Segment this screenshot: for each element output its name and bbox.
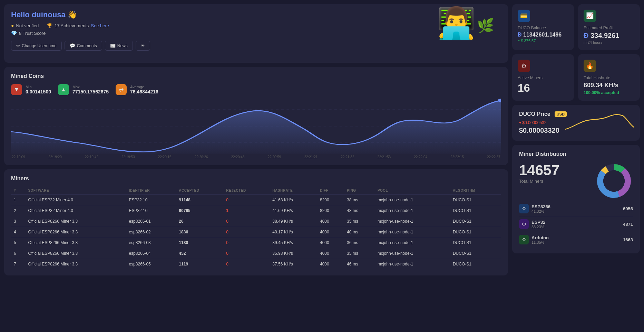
donut-chart <box>595 162 633 201</box>
greeting-text: Hello duinousa 👋 <box>11 10 501 19</box>
miners-icon: ⚙ <box>518 60 530 72</box>
table-row: 1 Official ESP32 Miner 4.0 ESP32 10 9114… <box>11 195 501 205</box>
pencil-icon: ✏ <box>16 43 20 48</box>
theme-button[interactable]: ☀ <box>136 41 150 51</box>
table-row: 2 Official ESP32 Miner 4.0 ESP32 10 9079… <box>11 205 501 216</box>
col-algorithm: ALGORITHM <box>450 187 501 195</box>
max-stat-box: ▲ Max 77150.17562675 <box>58 84 109 95</box>
estimated-profit-sub: in 24 hours <box>584 40 634 44</box>
duco-balance-label: DUCO Balance <box>518 26 568 30</box>
estimated-profit-label: Estimated Profit <box>584 26 634 30</box>
max-value: 77150.17562675 <box>72 89 109 94</box>
avatar-illustration: 👨‍💻 🌿 <box>437 8 494 39</box>
comment-icon: 💬 <box>70 43 75 48</box>
col-identifier: IDENTIFIER <box>126 187 176 195</box>
duco-balance-usd: ~ $ 376.57 <box>518 39 568 43</box>
col-software: SOFTWARE <box>25 187 126 195</box>
max-icon: ▲ <box>58 84 69 95</box>
news-button[interactable]: 📰 News <box>105 41 133 51</box>
price-chart <box>565 110 634 134</box>
mined-coins-chart <box>11 99 501 154</box>
dist-item-esp32: ⚙ ESP32 33.23% 4871 <box>519 217 633 232</box>
wallet-icon: 💳 <box>518 10 530 22</box>
greeting-name: Hello duinousa <box>11 10 66 19</box>
total-miners-label: Total Miners <box>519 179 559 184</box>
trust-score-label: 8 Trust Score <box>19 31 46 36</box>
table-row: 7 Official ESP8266 Miner 3.3 esp8266-05 … <box>11 259 501 270</box>
distribution-title: Miner Distribution <box>519 151 633 157</box>
min-icon: ▼ <box>11 84 22 95</box>
col-rejected: REJECTED <box>223 187 270 195</box>
achievements-label: 17 Achievements <box>55 23 89 28</box>
profit-icon: 📈 <box>584 10 596 22</box>
avg-value: 76.46844216 <box>130 89 158 94</box>
profit-duco-symbol: Ð <box>584 32 591 39</box>
total-miners-count: 14657 <box>519 162 559 179</box>
miners-card: Miners # SOFTWARE IDENTIFIER ACCEPTED RE… <box>4 169 508 275</box>
total-hashrate-value: 609.34 KH/s <box>584 82 634 89</box>
accepted-rate: 100.00% accepted <box>584 90 634 95</box>
miner-distribution-card: Miner Distribution 14657 Total Miners <box>512 145 640 253</box>
table-row: 3 Official ESP8266 Miner 3.3 esp8266-01 … <box>11 216 501 227</box>
col-hashrate: HASHRATE <box>270 187 317 195</box>
duco-price-card: DUCO Price USD ▾ $0.00000532 $0.00003320 <box>512 105 640 141</box>
trust-score-badge: 💎 8 Trust Score <box>11 30 46 36</box>
duco-balance-value: Ð 11342601.1496 <box>518 32 568 38</box>
verification-badge: ● Not verified <box>11 23 39 28</box>
avg-icon: ⇄ <box>116 84 127 95</box>
estimated-profit-card: 📈 Estimated Profit Ð 334.9261 in 24 hour… <box>578 4 640 50</box>
person-emoji: 👨‍💻 <box>437 6 476 40</box>
duco-balance-card: 💳 DUCO Balance Ð 11342601.1496 ~ $ 376.5… <box>512 4 574 50</box>
min-stat-box: ▼ Min 0.00141500 <box>11 84 51 95</box>
col-num: # <box>11 187 25 195</box>
mined-coins-title: Mined Coins <box>11 73 501 79</box>
min-label: Min <box>26 85 51 89</box>
wave-emoji: 👋 <box>68 10 77 19</box>
avg-stat-box: ⇄ Average 76.46844216 <box>116 84 158 95</box>
avg-label: Average <box>130 85 158 89</box>
usd-badge: USD <box>555 111 567 117</box>
max-label: Max <box>72 85 109 89</box>
dist-item-arduino: ⚙ Arduino 11.35% 1663 <box>519 232 633 247</box>
table-row: 4 Official ESP8266 Miner 3.3 esp8266-02 … <box>11 227 501 238</box>
estimated-profit-value: Ð 334.9261 <box>584 32 634 40</box>
welcome-card: Hello duinousa 👋 ● Not verified 🏆 17 Ach… <box>4 4 508 63</box>
active-miners-card: ⚙ Active Miners 16 <box>512 54 574 101</box>
active-miners-label: Active Miners <box>518 76 568 80</box>
total-hashrate-label: Total Hashrate <box>584 76 634 80</box>
time-labels: 22:19:09 22:19:20 22:19:42 22:19:53 22:2… <box>11 155 501 159</box>
duco-symbol: Ð <box>518 32 523 38</box>
trophy-icon: 🏆 <box>47 23 52 28</box>
total-hashrate-card: 🔥 Total Hashrate 609.34 KH/s 100.00% acc… <box>578 54 640 101</box>
arduino-icon: ⚙ <box>519 235 529 244</box>
duco-price-title: DUCO Price <box>519 111 550 117</box>
distribution-list: ⚙ ESP8266 41.32% 6056 ⚙ ESP32 33.23% <box>519 201 633 247</box>
change-username-button[interactable]: ✏ Change Username <box>11 41 62 51</box>
price-change: ▾ $0.00000532 <box>519 120 546 125</box>
mined-coins-card: Mined Coins ▼ Min 0.00141500 ▲ Max 77150… <box>4 67 508 165</box>
col-accepted: ACCEPTED <box>176 187 223 195</box>
esp32-icon: ⚙ <box>519 219 529 229</box>
not-verified-label: Not verified <box>16 23 39 28</box>
table-row: 5 Official ESP8266 Miner 3.3 esp8266-03 … <box>11 238 501 248</box>
newspaper-icon: 📰 <box>110 43 116 48</box>
see-here-link[interactable]: See here <box>91 23 109 28</box>
hashrate-icon: 🔥 <box>584 60 596 72</box>
min-value: 0.00141500 <box>26 89 51 94</box>
miners-title: Miners <box>11 175 501 182</box>
active-miners-value: 16 <box>518 82 568 94</box>
col-pool: POOL <box>375 187 450 195</box>
achievements-badge: 🏆 17 Achievements See here <box>47 23 109 28</box>
sun-icon: ☀ <box>141 43 145 48</box>
dist-item-esp8266: ⚙ ESP8266 41.32% 6056 <box>519 201 633 217</box>
yellow-dot-icon: ● <box>11 23 14 28</box>
miners-table: # SOFTWARE IDENTIFIER ACCEPTED REJECTED … <box>11 187 501 269</box>
col-diff: DIFF <box>317 187 344 195</box>
blue-dot-icon: 💎 <box>11 30 17 36</box>
svg-point-9 <box>603 170 625 192</box>
comments-button[interactable]: 💬 Comments <box>65 41 102 51</box>
plant-emoji: 🌿 <box>477 18 494 33</box>
table-row: 6 Official ESP8266 Miner 3.3 esp8266-04 … <box>11 248 501 259</box>
col-ping: PING <box>344 187 375 195</box>
esp8266-icon: ⚙ <box>519 204 529 213</box>
